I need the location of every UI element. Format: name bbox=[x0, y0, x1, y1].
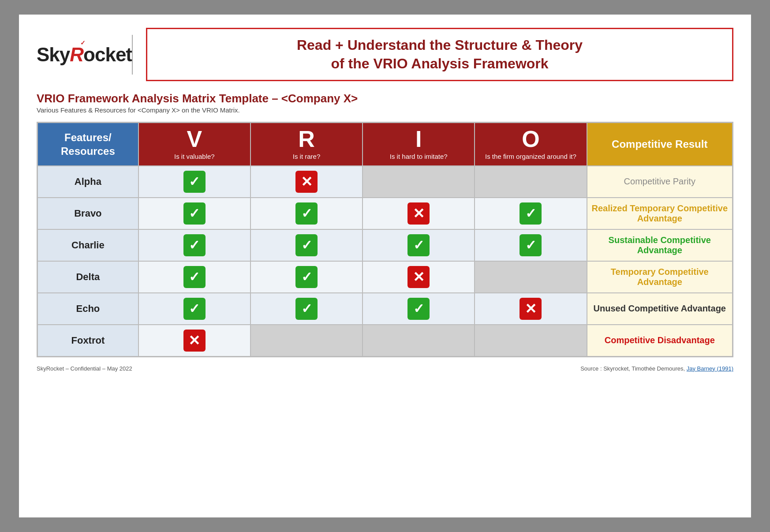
check-icon: ✓ bbox=[407, 234, 430, 256]
row-v-cell: ✓ bbox=[138, 293, 250, 325]
row-result-cell: Realized Temporary Competitive Advantage bbox=[587, 198, 733, 229]
row-o-cell bbox=[475, 166, 587, 198]
row-o-cell bbox=[475, 325, 587, 356]
table-row: Alpha✓✕Competitive Parity bbox=[37, 166, 733, 198]
logo-text: SkyRocket bbox=[37, 44, 132, 65]
row-feature-name: Delta bbox=[37, 261, 138, 293]
row-o-cell: ✓ bbox=[475, 229, 587, 261]
col-header-result: Competitive Result bbox=[587, 123, 733, 166]
row-v-cell: ✓ bbox=[138, 229, 250, 261]
logo-ocket: ocket bbox=[83, 44, 132, 65]
cross-icon: ✕ bbox=[295, 171, 318, 193]
result-label: Realized Temporary Competitive Advantage bbox=[591, 203, 728, 223]
col-header-o: O Is the firm organized around it? bbox=[475, 123, 587, 166]
row-feature-name: Foxtrot bbox=[37, 325, 138, 356]
table-row: Foxtrot✕Competitive Disadvantage bbox=[37, 325, 733, 356]
header-divider bbox=[132, 35, 133, 75]
check-icon: ✓ bbox=[295, 298, 318, 320]
row-i-cell bbox=[363, 166, 475, 198]
check-icon: ✓ bbox=[183, 234, 206, 256]
row-o-cell: ✕ bbox=[475, 293, 587, 325]
footer-link[interactable]: Jay Barney (1991) bbox=[687, 365, 733, 372]
row-feature-name: Bravo bbox=[37, 198, 138, 229]
col-i-letter: I bbox=[366, 127, 471, 150]
cross-icon: ✕ bbox=[407, 266, 430, 288]
table-row: Echo✓✓✓✕Unused Competitive Advantage bbox=[37, 293, 733, 325]
row-feature-name: Charlie bbox=[37, 229, 138, 261]
check-icon: ✓ bbox=[295, 234, 318, 256]
row-result-cell: Temporary Competitive Advantage bbox=[587, 261, 733, 293]
row-r-cell: ✓ bbox=[250, 293, 363, 325]
matrix-title: VRIO Framework Analysis Matrix Template … bbox=[37, 92, 733, 105]
result-label: Competitive Parity bbox=[624, 176, 695, 186]
table-row: Charlie✓✓✓✓Sustainable Competitive Advan… bbox=[37, 229, 733, 261]
table-body: Alpha✓✕Competitive ParityBravo✓✓✕✓Realiz… bbox=[37, 166, 733, 356]
check-icon: ✓ bbox=[183, 298, 206, 320]
row-result-cell: Sustainable Competitive Advantage bbox=[587, 229, 733, 261]
col-o-letter: O bbox=[478, 127, 583, 150]
result-label: Competitive Disadvantage bbox=[605, 335, 715, 345]
page-title: Read + Understand the Structure & Theory… bbox=[165, 36, 714, 73]
row-i-cell: ✕ bbox=[363, 198, 475, 229]
footer-right: Source : Skyrocket, Timothée Demoures, J… bbox=[580, 365, 733, 372]
col-header-i: I Is it hard to imitate? bbox=[363, 123, 475, 166]
col-v-letter: V bbox=[142, 127, 247, 150]
row-result-cell: Competitive Parity bbox=[587, 166, 733, 198]
col-header-r: R Is it rare? bbox=[250, 123, 363, 166]
row-result-cell: Unused Competitive Advantage bbox=[587, 293, 733, 325]
col-i-sub: Is it hard to imitate? bbox=[366, 152, 471, 161]
col-o-sub: Is the firm organized around it? bbox=[478, 152, 583, 161]
row-v-cell: ✓ bbox=[138, 261, 250, 293]
col-header-v: V Is it valuable? bbox=[138, 123, 250, 166]
check-icon: ✓ bbox=[520, 202, 542, 225]
row-i-cell bbox=[363, 325, 475, 356]
row-o-cell: ✓ bbox=[475, 198, 587, 229]
row-r-cell: ✓ bbox=[250, 198, 363, 229]
check-icon: ✓ bbox=[183, 266, 206, 288]
cross-icon: ✕ bbox=[407, 202, 430, 225]
row-o-cell bbox=[475, 261, 587, 293]
footer: SkyRocket – Confidential – May 2022 Sour… bbox=[37, 365, 733, 372]
check-icon: ✓ bbox=[183, 171, 206, 193]
row-r-cell: ✓ bbox=[250, 261, 363, 293]
row-v-cell: ✕ bbox=[138, 325, 250, 356]
table-header-row: Features/ Resources V Is it valuable? R … bbox=[37, 123, 733, 166]
footer-left: SkyRocket – Confidential – May 2022 bbox=[37, 365, 132, 372]
result-label: Temporary Competitive Advantage bbox=[611, 267, 709, 287]
table-row: Bravo✓✓✕✓Realized Temporary Competitive … bbox=[37, 198, 733, 229]
col-r-letter: R bbox=[254, 127, 359, 150]
check-icon: ✓ bbox=[295, 202, 318, 225]
row-v-cell: ✓ bbox=[138, 198, 250, 229]
row-result-cell: Competitive Disadvantage bbox=[587, 325, 733, 356]
cross-icon: ✕ bbox=[183, 330, 206, 352]
row-r-cell: ✓ bbox=[250, 229, 363, 261]
main-page: SkyRocket Read + Understand the Structur… bbox=[19, 15, 751, 517]
matrix-subtitle: Various Features & Resources for <Compan… bbox=[37, 106, 733, 114]
row-i-cell: ✓ bbox=[363, 229, 475, 261]
cross-icon: ✕ bbox=[520, 298, 542, 320]
title-box: Read + Understand the Structure & Theory… bbox=[146, 28, 733, 81]
logo-r: R bbox=[70, 44, 83, 65]
row-feature-name: Echo bbox=[37, 293, 138, 325]
col-r-sub: Is it rare? bbox=[254, 152, 359, 161]
check-icon: ✓ bbox=[520, 234, 542, 256]
col-v-sub: Is it valuable? bbox=[142, 152, 247, 161]
header: SkyRocket Read + Understand the Structur… bbox=[37, 28, 733, 81]
row-feature-name: Alpha bbox=[37, 166, 138, 198]
logo: SkyRocket bbox=[37, 44, 132, 66]
vrio-matrix-table: Features/ Resources V Is it valuable? R … bbox=[37, 122, 733, 357]
row-i-cell: ✕ bbox=[363, 261, 475, 293]
row-i-cell: ✓ bbox=[363, 293, 475, 325]
check-icon: ✓ bbox=[183, 202, 206, 225]
logo-sky: Sky bbox=[37, 44, 70, 65]
check-icon: ✓ bbox=[295, 266, 318, 288]
row-v-cell: ✓ bbox=[138, 166, 250, 198]
section-heading: VRIO Framework Analysis Matrix Template … bbox=[37, 92, 733, 114]
row-r-cell: ✕ bbox=[250, 166, 363, 198]
row-r-cell bbox=[250, 325, 363, 356]
col-header-features: Features/ Resources bbox=[37, 123, 138, 166]
result-label: Unused Competitive Advantage bbox=[594, 303, 726, 313]
check-icon: ✓ bbox=[407, 298, 430, 320]
table-row: Delta✓✓✕Temporary Competitive Advantage bbox=[37, 261, 733, 293]
result-label: Sustainable Competitive Advantage bbox=[609, 235, 711, 255]
